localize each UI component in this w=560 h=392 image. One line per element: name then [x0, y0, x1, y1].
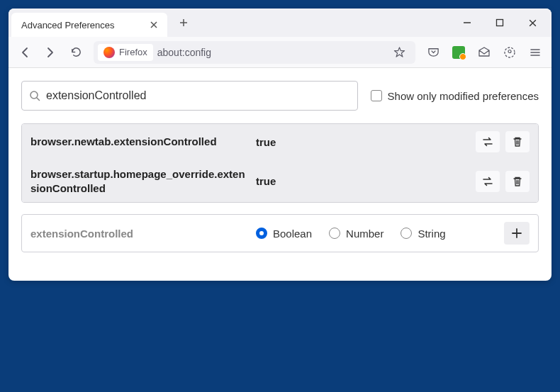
- pref-actions: [476, 131, 530, 152]
- url-bar[interactable]: Firefox about:config: [94, 41, 415, 64]
- radio-number[interactable]: Number: [329, 228, 383, 240]
- identity-box[interactable]: Firefox: [98, 44, 153, 61]
- browser-tab[interactable]: Advanced Preferences: [11, 13, 167, 37]
- checkbox-icon: [371, 90, 382, 101]
- toggle-button[interactable]: [476, 131, 500, 152]
- maximize-button[interactable]: [483, 9, 516, 37]
- radio-label: String: [418, 228, 445, 240]
- delete-button[interactable]: [505, 171, 530, 192]
- pocket-button[interactable]: [421, 41, 445, 64]
- titlebar: Advanced Preferences: [9, 9, 551, 37]
- about-config-content: Show only modified preferences browser.n…: [9, 68, 551, 281]
- search-row: Show only modified preferences: [21, 81, 539, 111]
- add-pref-button[interactable]: [504, 222, 530, 245]
- radio-icon: [329, 228, 340, 239]
- reload-button[interactable]: [64, 41, 88, 64]
- radio-icon: [401, 228, 412, 239]
- svg-point-2: [508, 50, 511, 52]
- search-icon: [29, 90, 40, 101]
- toggle-button[interactable]: [476, 171, 500, 192]
- radio-string[interactable]: String: [401, 228, 445, 240]
- pref-name: browser.newtab.extensionControlled: [30, 135, 250, 149]
- delete-button[interactable]: [505, 131, 530, 152]
- svg-rect-0: [497, 20, 503, 26]
- modified-only-label: Show only modified preferences: [388, 90, 539, 102]
- extension-button[interactable]: [447, 41, 471, 64]
- pref-value: true: [256, 136, 470, 148]
- pref-row[interactable]: browser.newtab.extensionControlled true: [22, 124, 538, 159]
- radio-label: Number: [346, 228, 383, 240]
- pref-row[interactable]: browser.startup.homepage_override.extens…: [22, 159, 538, 202]
- tab-title: Advanced Preferences: [21, 20, 115, 30]
- account-button[interactable]: [498, 41, 522, 64]
- new-pref-name: extensionControlled: [30, 228, 250, 240]
- search-box[interactable]: [21, 81, 358, 111]
- search-input[interactable]: [46, 89, 350, 102]
- window-controls: [451, 9, 549, 37]
- new-pref-row: extensionControlled Boolean Number Strin…: [21, 214, 539, 252]
- radio-label: Boolean: [273, 228, 312, 240]
- pref-name: browser.startup.homepage_override.extens…: [30, 167, 250, 195]
- url-text: about:config: [157, 47, 383, 58]
- forward-button[interactable]: [38, 41, 62, 64]
- close-window-button[interactable]: [516, 9, 549, 37]
- radio-boolean[interactable]: Boolean: [256, 228, 312, 240]
- firefox-logo-icon: [103, 47, 115, 58]
- navigation-toolbar: Firefox about:config: [9, 37, 551, 68]
- radio-icon: [256, 228, 267, 239]
- pref-value: true: [256, 175, 470, 187]
- bookmark-star-button[interactable]: [387, 41, 411, 64]
- mail-button[interactable]: [472, 41, 496, 64]
- modified-only-toggle[interactable]: Show only modified preferences: [371, 90, 539, 102]
- type-radio-group: Boolean Number String: [256, 228, 498, 240]
- menu-button[interactable]: [523, 41, 547, 64]
- new-tab-button[interactable]: [173, 12, 194, 33]
- extension-green-icon: [452, 46, 465, 59]
- preferences-list: browser.newtab.extensionControlled true …: [21, 123, 539, 203]
- close-tab-button[interactable]: [147, 18, 160, 31]
- identity-label: Firefox: [119, 47, 147, 57]
- minimize-button[interactable]: [451, 9, 483, 37]
- browser-window: Advanced Preferences: [9, 9, 551, 281]
- back-button[interactable]: [13, 41, 37, 64]
- pref-actions: [476, 171, 530, 192]
